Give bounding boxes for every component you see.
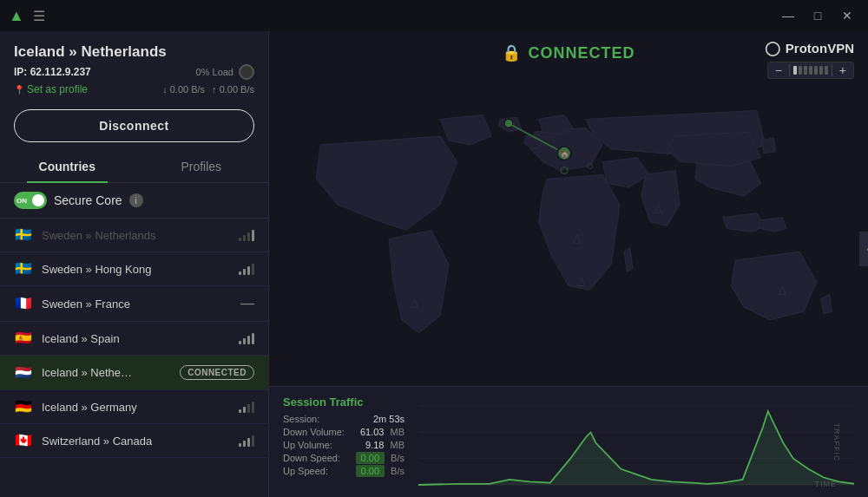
speed-value: 0.00 [356, 452, 385, 464]
svg-text:🏠: 🏠 [560, 149, 570, 160]
main-layout: Iceland » Netherlands IP: 62.112.9.237 0… [0, 31, 868, 497]
proton-icon: ◯ [765, 40, 780, 56]
signal-bar-3 [247, 336, 250, 344]
traffic-label: Up Speed: [283, 466, 352, 476]
load-row: 0% Load [196, 64, 254, 80]
list-item[interactable]: 🇫🇷 Sweden » France — [0, 286, 268, 322]
disconnect-button[interactable]: Disconnect [14, 109, 254, 142]
window-controls: — □ ✕ [776, 3, 859, 28]
collapse-button[interactable]: ❮ [859, 232, 868, 266]
zoom-minus-button[interactable]: − [772, 63, 786, 77]
zoom-plus-button[interactable]: + [836, 63, 850, 77]
list-item[interactable]: 🇸🇪 Sweden » Hong Kong [0, 252, 268, 286]
load-circle [239, 64, 254, 80]
signal-bar-4 [252, 402, 254, 413]
zoom-pip [799, 66, 802, 75]
signal-bar-3 [247, 232, 250, 241]
traffic-value: 2m 53s [361, 414, 404, 424]
signal-bar-3 [247, 438, 250, 447]
traffic-row: Up Volume: 9.18 MB [283, 440, 404, 450]
set-profile-link[interactable]: Set as profile [14, 83, 88, 95]
title-bar: ▲ ☰ — □ ✕ [0, 0, 868, 31]
traffic-value: 0.00 B/s [356, 453, 404, 463]
chart-area: TRAFFIC TIME [418, 396, 854, 490]
zoom-controls: − + [767, 62, 854, 79]
signal-bar-3 [247, 404, 250, 413]
speed-up: 0.00 B/s [212, 84, 254, 95]
flag-icon: 🇪🇸 [14, 331, 33, 345]
proton-logo: ◯ ProtonVPN − + [765, 40, 854, 79]
flag-icon: 🇳🇱 [14, 366, 33, 380]
speed-info: 0.00 B/s 0.00 B/s [162, 84, 254, 95]
ip-label: IP: [14, 66, 27, 78]
connected-badge: CONNECTED [180, 365, 254, 380]
connection-ip-row: IP: 62.112.9.237 0% Load [14, 64, 254, 80]
signal-bar-1 [239, 341, 241, 344]
list-item[interactable]: 🇩🇪 Iceland » Germany [0, 390, 268, 424]
lock-icon: 🔒 [502, 43, 521, 62]
list-item[interactable]: 🇸🇪 Sweden » Netherlands [0, 219, 268, 252]
tab-profiles[interactable]: Profiles [135, 151, 269, 182]
signal-bars [239, 263, 254, 275]
proton-name: ProtonVPN [786, 41, 854, 56]
signal-bars [239, 435, 254, 447]
zoom-bar [793, 66, 828, 75]
server-name: Iceland » Nethe… [42, 366, 171, 379]
proton-title: ◯ ProtonVPN [765, 40, 854, 56]
signal-bar-1 [239, 238, 241, 241]
server-name: Sweden » Netherlands [42, 229, 230, 242]
time-axis-label: TIME [815, 480, 838, 488]
world-map: 🏠 [269, 75, 868, 386]
minimize-button[interactable]: — [776, 3, 800, 28]
connection-title: Iceland » Netherlands [14, 43, 254, 61]
toggle-knob [32, 194, 44, 206]
flag-icon: 🇸🇪 [14, 262, 33, 276]
tabs: Countries Profiles [0, 151, 268, 183]
close-button[interactable]: ✕ [835, 3, 859, 28]
traffic-label: Up Volume: [283, 440, 352, 450]
traffic-panel: Session Traffic Session: 2m 53s Down Vol… [269, 386, 868, 497]
list-item[interactable]: 🇪🇸 Iceland » Spain [0, 322, 268, 356]
connection-header: Iceland » Netherlands IP: 62.112.9.237 0… [0, 31, 268, 102]
left-panel: Iceland » Netherlands IP: 62.112.9.237 0… [0, 31, 269, 497]
tab-countries[interactable]: Countries [0, 151, 135, 182]
flag-icon: 🇫🇷 [14, 297, 33, 311]
zoom-pip [819, 66, 823, 75]
zoom-divider-2 [832, 64, 832, 76]
list-item-connected[interactable]: 🇳🇱 Iceland » Nethe… CONNECTED [0, 356, 268, 390]
traffic-title: Session Traffic [283, 396, 404, 409]
traffic-label: Down Speed: [283, 453, 352, 463]
app-icon: ▲ [9, 7, 24, 25]
server-name: Sweden » France [42, 298, 232, 311]
zoom-pip [804, 66, 807, 75]
secure-core-toggle[interactable]: ON [14, 192, 47, 209]
ip-address: 62.112.9.237 [30, 66, 91, 78]
secure-core-row: ON Secure Core i [0, 183, 268, 219]
signal-bar-3 [247, 266, 250, 275]
list-item[interactable]: 🇨🇦 Switzerland » Canada [0, 424, 268, 458]
traffic-row: Down Volume: 61.03 MB [283, 427, 404, 437]
server-list: 🇸🇪 Sweden » Netherlands 🇸🇪 Sweden » Hong… [0, 219, 268, 497]
disconnect-btn-wrap: Disconnect [0, 102, 268, 151]
signal-bar-4 [252, 264, 254, 275]
zoom-pip [809, 66, 812, 75]
server-name: Sweden » Hong Kong [42, 263, 230, 276]
flag-icon: 🇸🇪 [14, 228, 33, 242]
menu-icon[interactable]: ☰ [33, 8, 45, 24]
signal-bar-4 [252, 435, 254, 447]
maximize-button[interactable]: □ [806, 3, 830, 28]
signal-bar-2 [243, 407, 246, 413]
server-name: Iceland » Germany [42, 401, 230, 414]
traffic-row: Up Speed: 0.00 B/s [283, 466, 404, 476]
traffic-row: Session: 2m 53s [283, 414, 404, 424]
signal-bar-1 [239, 409, 241, 413]
signal-bar-2 [243, 269, 246, 275]
info-icon[interactable]: i [129, 193, 143, 207]
signal-bar-2 [243, 441, 246, 447]
signal-bar-4 [252, 230, 254, 241]
signal-bar-4 [252, 333, 254, 344]
signal-bars [239, 229, 254, 241]
server-name: Iceland » Spain [42, 332, 230, 345]
signal-bars [239, 401, 254, 413]
zoom-pip [793, 66, 797, 75]
